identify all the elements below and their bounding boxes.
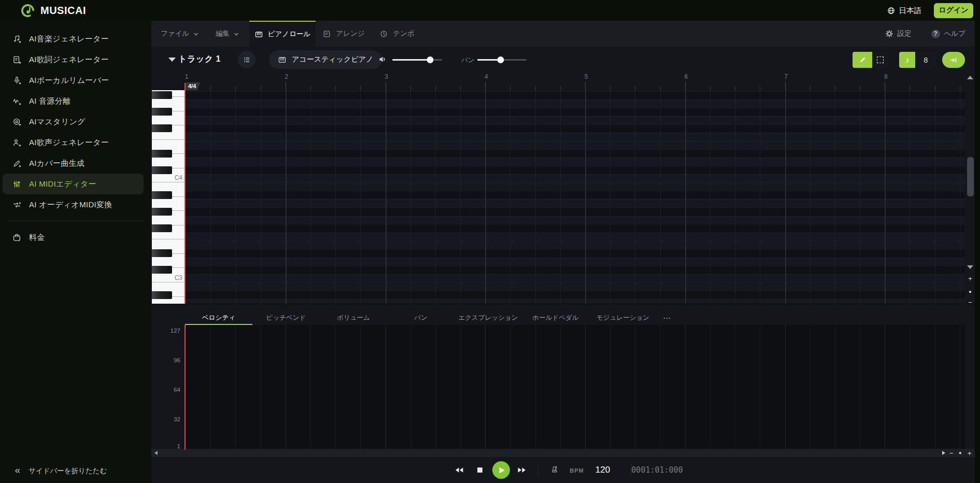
draw-tool-button[interactable] (853, 52, 872, 68)
piano-keyboard[interactable]: C4C3 (152, 90, 186, 304)
tab-2[interactable]: テンポ (377, 21, 417, 47)
automation-more-tab[interactable]: ⋯ (657, 311, 677, 325)
sidebar-item-3[interactable]: AI 音源分離 (3, 91, 144, 111)
black-key-As4[interactable] (152, 91, 172, 99)
ruler-beat-tick (460, 86, 461, 90)
track-list-button[interactable] (238, 51, 255, 68)
vertical-scrollbar-thumb[interactable] (967, 157, 974, 196)
zoom-out-button[interactable]: − (966, 299, 974, 306)
ruler-beat-tick (635, 86, 635, 90)
h-zoom-reset-button[interactable]: ● (959, 450, 961, 456)
h-zoom-out-button[interactable]: − (949, 449, 954, 457)
black-key-Cs4[interactable] (152, 166, 172, 174)
ruler-beat-tick (360, 86, 361, 90)
automation-tab-4[interactable]: エクスプレッション (455, 311, 522, 325)
black-key-Gs3[interactable] (152, 208, 172, 216)
wallet-icon (11, 232, 22, 243)
black-key-As3[interactable] (152, 191, 172, 199)
track-expand-arrow-icon[interactable] (168, 58, 176, 62)
scroll-down-arrow[interactable] (967, 265, 973, 269)
black-key-Fs4[interactable] (152, 124, 172, 132)
sidebar-item-6[interactable]: AIカバー曲生成 (3, 153, 144, 174)
grid-bar-line (885, 90, 886, 304)
file-menu[interactable]: ファイル (161, 21, 198, 47)
volume-slider[interactable] (392, 56, 442, 63)
black-key-As2[interactable] (152, 291, 172, 299)
metronome-button[interactable] (550, 465, 559, 475)
zoom-reset-button[interactable]: ● (966, 289, 974, 295)
sidebar-item-5[interactable]: AI歌声ジェネレーター (3, 132, 144, 153)
fast-forward-button[interactable] (517, 466, 528, 474)
sidebar-item-8[interactable]: AI オーディオMIDI変換 (3, 194, 144, 215)
note-grid[interactable] (186, 90, 965, 304)
piano-icon (254, 30, 263, 39)
help-label: ヘルプ (944, 29, 965, 38)
grid-row-F3 (186, 233, 965, 241)
grid-row-C3 (186, 274, 965, 282)
grid-beat-line (935, 90, 935, 304)
tab-0[interactable]: ピアノロール (249, 21, 316, 47)
go-to-end-button[interactable] (942, 52, 965, 68)
scroll-right-arrow[interactable] (942, 451, 945, 455)
automation-tab-6[interactable]: モジュレーション (589, 311, 657, 325)
sidebar-item-1[interactable]: AI歌詞ジェネレーター (3, 49, 144, 70)
grid-beat-line (835, 90, 835, 304)
instrument-selector[interactable]: アコースティックピアノ (269, 50, 382, 69)
grid-row-C4 (186, 174, 965, 182)
grid-row-G4 (186, 116, 965, 124)
grid-beat-line (360, 90, 361, 304)
automation-tab-3[interactable]: パン (387, 311, 455, 325)
sidebar-item-4[interactable]: AIマスタリング (3, 111, 144, 132)
pencil-icon (858, 55, 867, 64)
help-button[interactable]: ? ヘルプ (931, 29, 965, 38)
sidebar-item-2[interactable]: AIボーカルリムーバー (3, 70, 144, 91)
grid-row-F4 (186, 133, 965, 141)
automation-tab-1[interactable]: ピッチベンド (252, 311, 320, 325)
tempo-clock-icon (379, 30, 388, 38)
black-key-Fs3[interactable] (152, 224, 172, 232)
black-key-Gs4[interactable] (152, 108, 172, 116)
waveform-plus-icon (11, 96, 22, 106)
quantize-value[interactable]: 8 (915, 52, 936, 68)
grid-beat-line (610, 90, 610, 304)
automation-tab-5[interactable]: ホールドペダル (522, 311, 589, 325)
sidebar-item-label: AI歌声ジェネレーター (29, 138, 109, 148)
tab-1[interactable]: アレンジ (319, 21, 368, 47)
sidebar-item-7[interactable]: AI MIDIエディター (3, 174, 144, 194)
quantize-note-button[interactable]: ♪ (899, 52, 915, 68)
grid-bar-line (485, 90, 486, 304)
settings-label: 設定 (898, 29, 912, 38)
track-name[interactable]: トラック 1 (178, 54, 221, 65)
horizontal-scrollbar[interactable]: − ● + (151, 449, 975, 457)
sidebar-item-pricing[interactable]: 料金 (3, 227, 144, 248)
sidebar-item-0[interactable]: AI音楽ジェネレーター (3, 29, 144, 49)
ruler-beat-tick (310, 86, 311, 90)
h-zoom-in-button[interactable]: + (968, 449, 972, 457)
time-signature-badge[interactable]: 4/4 (186, 82, 200, 90)
automation-tab-2[interactable]: ボリューム (320, 311, 387, 325)
microphone-plus-icon (11, 75, 22, 86)
bpm-value[interactable]: 120 (595, 465, 610, 475)
select-tool-button[interactable] (872, 52, 888, 68)
sidebar: AI音楽ジェネレーターAI歌詞ジェネレーターAIボーカルリムーバーAI 音源分離… (0, 21, 151, 483)
play-button[interactable] (492, 461, 510, 479)
velocity-panel[interactable] (185, 325, 965, 450)
pan-slider[interactable] (477, 56, 527, 63)
collapse-sidebar-button[interactable]: サイドバーを折りたたむ (12, 466, 107, 476)
login-button[interactable]: ログイン (934, 3, 973, 18)
language-selector[interactable]: 日本語 (887, 6, 922, 16)
scroll-left-arrow[interactable] (154, 451, 158, 455)
black-key-Ds3[interactable] (152, 249, 172, 257)
sidebar-item-label: AI MIDIエディター (29, 179, 96, 189)
settings-button[interactable]: 設定 (885, 29, 912, 38)
rewind-button[interactable] (454, 466, 465, 474)
black-key-Cs3[interactable] (152, 266, 172, 274)
playhead[interactable] (184, 83, 186, 304)
stop-button[interactable] (477, 467, 484, 474)
logo[interactable]: MUSICAI (21, 4, 86, 18)
zoom-in-button[interactable]: + (966, 275, 974, 282)
scroll-up-arrow[interactable] (967, 76, 973, 79)
automation-tab-0[interactable]: ベロシティ (185, 311, 252, 325)
black-key-Ds4[interactable] (152, 150, 172, 158)
edit-menu[interactable]: 編集 (216, 21, 238, 47)
